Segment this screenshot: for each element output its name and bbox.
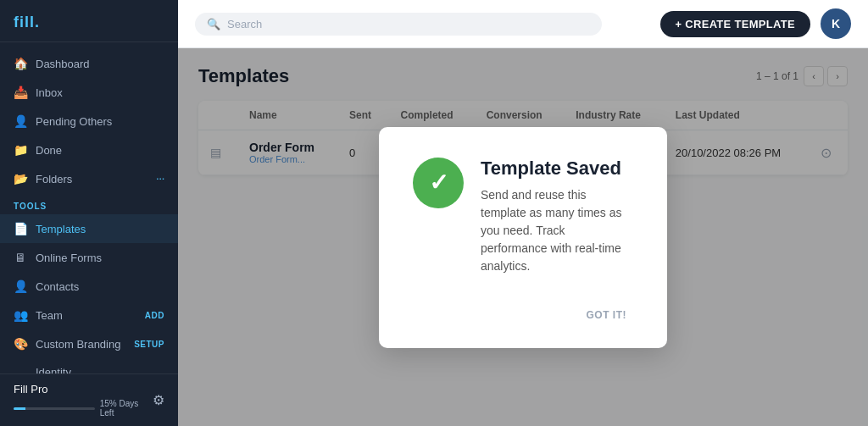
footer-progress-wrap: 15% Days Left (14, 399, 153, 418)
sidebar-footer: Fill Pro 15% Days Left ⚙ (0, 373, 178, 426)
sidebar-item-custom-branding[interactable]: 🎨 Custom Branding SETUP (0, 329, 178, 358)
sidebar-item-dashboard[interactable]: 🏠 Dashboard (0, 49, 178, 78)
search-input[interactable] (227, 18, 590, 30)
online-forms-icon: 🖥 (14, 251, 27, 264)
modal-title: Template Saved (481, 158, 633, 180)
templates-icon: 📄 (14, 222, 27, 235)
modal-footer: GOT IT! (413, 306, 633, 324)
checkmark-icon: ✓ (429, 169, 448, 196)
footer-progress-bar (14, 407, 95, 410)
main-content: 🔍 + CREATE TEMPLATE K Templates 1 – 1 of… (178, 0, 868, 426)
search-bar[interactable]: 🔍 (195, 13, 602, 36)
modal-body-text: Send and reuse this template as many tim… (481, 186, 633, 275)
sidebar: fill. 🏠 Dashboard 📥 Inbox 👤 Pending Othe… (0, 0, 178, 426)
folders-icon: 📂 (14, 172, 27, 185)
sidebar-item-folders[interactable]: 📂 Folders ⋯ (0, 164, 178, 193)
sidebar-badge-team: ADD (145, 311, 164, 320)
settings-icon[interactable]: ⚙ (153, 392, 164, 408)
sidebar-label-templates: Templates (36, 223, 86, 235)
modal-text-section: Template Saved Send and reuse this templ… (481, 158, 633, 275)
sidebar-item-templates[interactable]: 📄 Templates (0, 214, 178, 243)
modal-top-section: ✓ Template Saved Send and reuse this tem… (413, 158, 633, 275)
sidebar-label-pending-others: Pending Others (36, 115, 112, 128)
sidebar-item-inbox[interactable]: 📥 Inbox (0, 78, 178, 107)
sidebar-label-online-forms: Online Forms (36, 252, 102, 264)
page-content: Templates 1 – 1 of 1 ‹ › Name Sent Compl… (178, 48, 868, 426)
sidebar-item-team[interactable]: 👥 Team ADD (0, 301, 178, 329)
search-icon: 🔍 (207, 18, 220, 30)
custom-branding-icon: 🎨 (14, 337, 27, 351)
sidebar-label-done: Done (36, 144, 62, 157)
topbar: 🔍 + CREATE TEMPLATE K (178, 0, 868, 48)
sidebar-label-dashboard: Dashboard (36, 58, 90, 70)
footer-pro-section: Fill Pro 15% Days Left (14, 383, 153, 418)
sidebar-label-folders: Folders (36, 173, 72, 185)
sidebar-item-online-forms[interactable]: 🖥 Online Forms (0, 243, 178, 272)
create-template-button[interactable]: + CREATE TEMPLATE (660, 11, 811, 37)
sidebar-item-identity-verification[interactable]: 🛡 Identity Verification SETUP (0, 358, 178, 373)
sidebar-logo-area: fill. (0, 0, 178, 42)
success-icon-circle: ✓ (413, 158, 464, 208)
sidebar-nav: 🏠 Dashboard 📥 Inbox 👤 Pending Others 📁 D… (0, 42, 178, 373)
got-it-button[interactable]: GOT IT! (580, 306, 634, 324)
contacts-icon: 👤 (14, 279, 27, 293)
topbar-right: + CREATE TEMPLATE K (660, 8, 852, 39)
dashboard-icon: 🏠 (14, 57, 27, 70)
user-avatar-button[interactable]: K (821, 8, 851, 39)
done-icon: 📁 (14, 143, 27, 157)
app-logo: fill. (14, 14, 40, 30)
sidebar-item-pending-others[interactable]: 👤 Pending Others (0, 107, 178, 136)
team-icon: 👥 (14, 308, 27, 322)
footer-plan-label: Fill Pro (14, 383, 153, 396)
template-saved-modal: ✓ Template Saved Send and reuse this tem… (379, 127, 667, 348)
footer-days-left: 15% Days Left (100, 399, 153, 418)
modal-overlay: ✓ Template Saved Send and reuse this tem… (178, 48, 868, 426)
tools-section-label: TOOLS (0, 193, 178, 214)
pending-others-icon: 👤 (14, 114, 27, 128)
sidebar-label-team: Team (36, 309, 63, 322)
sidebar-label-custom-branding: Custom Branding (36, 338, 120, 351)
sidebar-label-identity-verification: Identity Verification (36, 366, 125, 373)
identity-verification-icon: 🛡 (14, 372, 27, 373)
sidebar-item-contacts[interactable]: 👤 Contacts (0, 272, 178, 301)
sidebar-label-contacts: Contacts (36, 280, 79, 293)
sidebar-badge-folders: ⋯ (156, 174, 165, 184)
sidebar-item-done[interactable]: 📁 Done (0, 136, 178, 164)
sidebar-label-inbox: Inbox (36, 86, 63, 99)
sidebar-badge-custom-branding: SETUP (134, 340, 164, 349)
footer-progress-fill (14, 407, 25, 410)
inbox-icon: 📥 (14, 86, 27, 99)
